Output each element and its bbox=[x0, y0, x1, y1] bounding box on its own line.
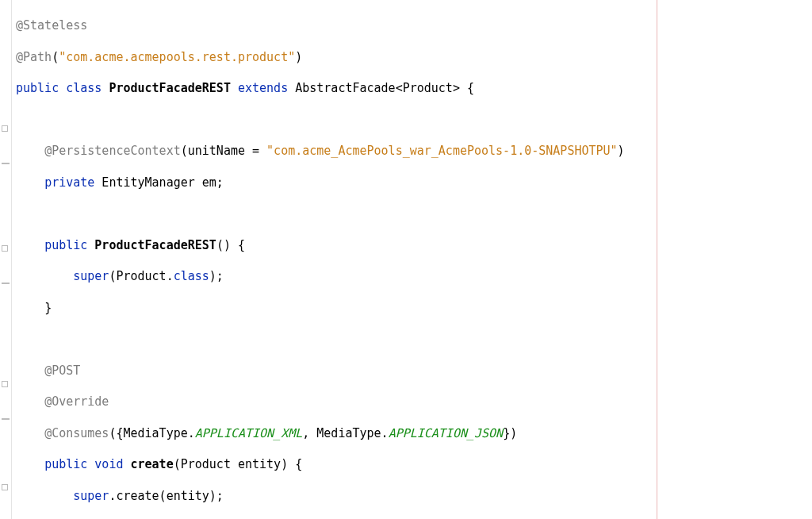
annotation: @POST bbox=[44, 363, 80, 378]
text: ); bbox=[209, 269, 224, 283]
text: ({MediaType. bbox=[109, 426, 194, 440]
text: (Product entity) { bbox=[174, 457, 303, 471]
string: "com.acme.acmepools.rest.product" bbox=[59, 50, 295, 64]
gutter bbox=[0, 0, 12, 519]
code-line[interactable]: private EntityManager em; bbox=[16, 175, 625, 192]
keyword: super bbox=[73, 269, 109, 283]
code-line[interactable]: public class ProductFacadeREST extends A… bbox=[16, 80, 625, 98]
code-line[interactable] bbox=[16, 112, 625, 129]
keyword: void bbox=[94, 457, 123, 471]
keyword: public bbox=[44, 238, 87, 252]
text: EntityManager em; bbox=[94, 175, 224, 190]
code-line[interactable] bbox=[16, 206, 625, 223]
annotation: @PersistenceContext bbox=[44, 144, 181, 158]
code-line[interactable]: super.create(entity); bbox=[16, 488, 625, 506]
keyword: super bbox=[73, 489, 109, 503]
code-area[interactable]: @Stateless @Path("com.acme.acmepools.res… bbox=[16, 3, 625, 519]
text: () { bbox=[216, 238, 245, 252]
annotation: @Override bbox=[44, 394, 109, 409]
print-margin bbox=[657, 0, 657, 519]
code-line[interactable]: } bbox=[16, 300, 625, 317]
code-line[interactable]: @PersistenceContext(unitName = "com.acme… bbox=[16, 143, 625, 160]
text: (Product. bbox=[109, 269, 173, 283]
code-line[interactable]: super(Product.class); bbox=[16, 268, 625, 286]
code-line[interactable]: @Path("com.acme.acmepools.rest.product") bbox=[16, 49, 625, 67]
string: "com.acme_AcmePools_war_AcmePools-1.0-SN… bbox=[266, 144, 618, 158]
code-editor[interactable]: @Stateless @Path("com.acme.acmepools.res… bbox=[0, 0, 812, 519]
method-name: ProductFacadeREST bbox=[94, 238, 216, 252]
text: ( bbox=[52, 50, 59, 64]
annotation: @Path bbox=[16, 50, 52, 64]
keyword: extends bbox=[238, 81, 288, 95]
keyword: public bbox=[16, 81, 59, 95]
keyword: private bbox=[44, 175, 94, 190]
code-line[interactable]: @POST bbox=[16, 363, 625, 380]
text: ) bbox=[295, 50, 302, 64]
static-field: APPLICATION_JSON bbox=[389, 426, 504, 440]
code-line[interactable]: public ProductFacadeREST() { bbox=[16, 237, 625, 255]
text: .create(entity); bbox=[109, 489, 224, 503]
static-field: APPLICATION_XML bbox=[195, 426, 302, 440]
class-name: ProductFacadeREST bbox=[109, 81, 231, 95]
text: (unitName = bbox=[181, 144, 266, 158]
code-line[interactable]: @Stateless bbox=[16, 17, 625, 35]
annotation: @Stateless bbox=[16, 18, 87, 33]
keyword: class bbox=[174, 269, 209, 283]
text: AbstractFacade<Product> { bbox=[288, 81, 474, 95]
text: , MediaType. bbox=[302, 426, 388, 440]
text: } bbox=[44, 301, 52, 315]
text: }) bbox=[503, 426, 517, 440]
code-line[interactable] bbox=[16, 331, 625, 348]
keyword: class bbox=[66, 81, 102, 95]
keyword: public bbox=[44, 457, 87, 471]
method-name: create bbox=[131, 457, 174, 471]
code-line[interactable]: @Consumes({MediaType.APPLICATION_XML, Me… bbox=[16, 425, 625, 443]
annotation: @Consumes bbox=[44, 426, 109, 440]
code-line[interactable]: public void create(Product entity) { bbox=[16, 456, 625, 474]
code-line[interactable]: @Override bbox=[16, 394, 625, 411]
text: ) bbox=[618, 144, 625, 158]
